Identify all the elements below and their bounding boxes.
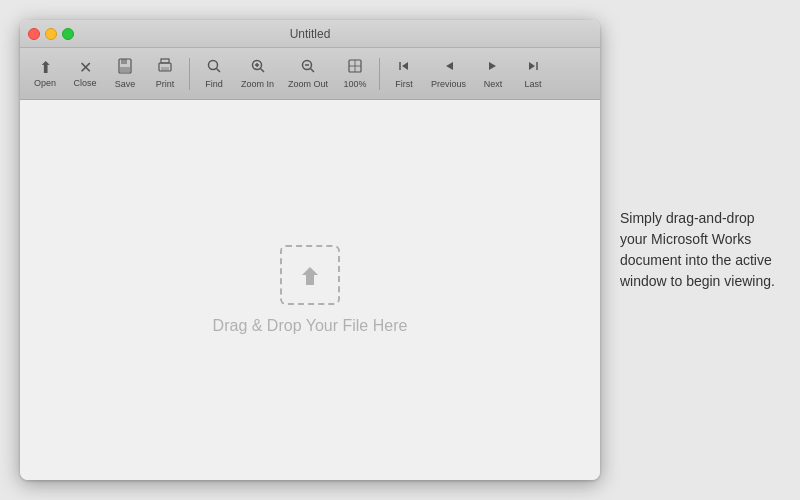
title-bar: Untitled [20,20,600,48]
next-icon [485,58,501,77]
find-label: Find [205,79,223,89]
drop-text: Drag & Drop Your File Here [213,317,408,335]
window-title: Untitled [290,27,331,41]
svg-rect-4 [161,59,169,63]
open-label: Open [34,78,56,88]
zoom-100-button[interactable]: 100% [336,52,374,96]
svg-marker-23 [529,62,535,70]
zoom-in-icon [250,58,266,77]
svg-line-9 [260,69,264,73]
find-icon [206,58,222,77]
find-button[interactable]: Find [195,52,233,96]
zoom-in-button[interactable]: Zoom In [235,52,280,96]
traffic-lights [28,28,74,40]
zoom-out-button[interactable]: Zoom Out [282,52,334,96]
close-toolbar-button[interactable]: ✕ Close [66,52,104,96]
previous-icon [441,58,457,77]
sidebar-description: Simply drag-and-drop your Microsoft Work… [620,208,780,292]
zoom-out-icon [300,58,316,77]
last-label: Last [525,79,542,89]
save-button[interactable]: Save [106,52,144,96]
separator-2 [379,58,380,90]
first-label: First [395,79,413,89]
close-button[interactable] [28,28,40,40]
mac-window: Untitled ⬆ Open ✕ Close Save [20,20,600,480]
save-icon [117,58,133,77]
first-button[interactable]: First [385,52,423,96]
close-label: Close [73,78,96,88]
svg-marker-24 [302,267,318,285]
print-button[interactable]: Print [146,52,184,96]
svg-rect-5 [161,67,169,71]
zoom-in-label: Zoom In [241,79,274,89]
minimize-button[interactable] [45,28,57,40]
last-button[interactable]: Last [514,52,552,96]
page-wrapper: Untitled ⬆ Open ✕ Close Save [0,0,800,500]
content-area[interactable]: Drag & Drop Your File Here [20,100,600,480]
previous-label: Previous [431,79,466,89]
zoom-100-label: 100% [344,79,367,89]
svg-line-7 [217,69,221,73]
open-button[interactable]: ⬆ Open [26,52,64,96]
save-label: Save [115,79,136,89]
svg-point-6 [209,61,218,70]
drop-zone-icon [280,245,340,305]
open-icon: ⬆ [39,60,52,76]
svg-marker-19 [402,62,408,70]
next-label: Next [484,79,503,89]
last-icon [525,58,541,77]
svg-marker-20 [446,62,453,70]
zoom-out-label: Zoom Out [288,79,328,89]
svg-rect-2 [120,67,130,72]
first-icon [396,58,412,77]
svg-rect-1 [121,59,127,64]
toolbar: ⬆ Open ✕ Close Save [20,48,600,100]
close-icon: ✕ [79,60,92,76]
maximize-button[interactable] [62,28,74,40]
previous-button[interactable]: Previous [425,52,472,96]
next-button[interactable]: Next [474,52,512,96]
print-label: Print [156,79,175,89]
zoom-100-icon [347,58,363,77]
svg-marker-21 [489,62,496,70]
separator-1 [189,58,190,90]
print-icon [157,58,173,77]
svg-line-13 [311,69,315,73]
